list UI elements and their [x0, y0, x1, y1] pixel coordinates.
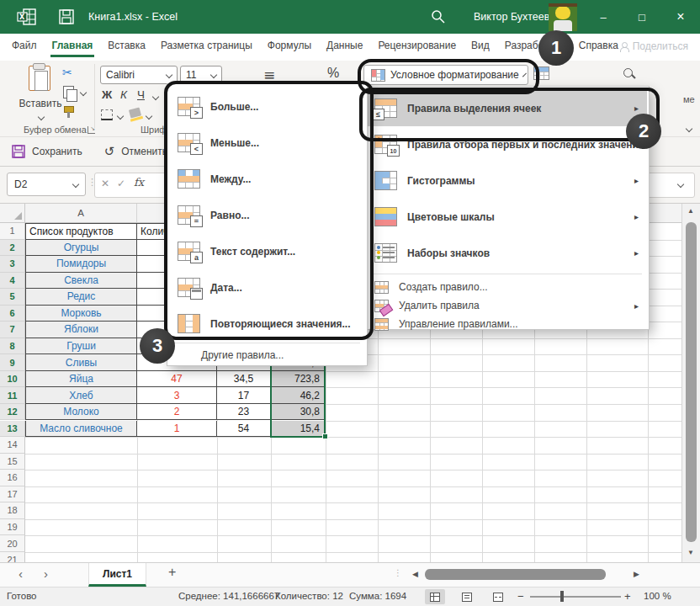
- submenu-item-date-occurring[interactable]: Дата...: [169, 269, 365, 306]
- borders-icon[interactable]: [101, 109, 113, 120]
- format-as-table-icon[interactable]: [533, 66, 549, 80]
- row-header-17[interactable]: 17: [0, 486, 25, 503]
- cell-A9[interactable]: Сливы: [25, 354, 137, 371]
- paste-button[interactable]: Вставить: [19, 64, 62, 130]
- ribbon-tab-2[interactable]: Главная: [50, 38, 95, 56]
- cell-A3[interactable]: Помидоры: [25, 256, 137, 273]
- cell-A12[interactable]: Молоко: [25, 404, 137, 421]
- name-box[interactable]: D2: [7, 173, 86, 196]
- ribbon-tab-4[interactable]: Разметка страницы: [159, 38, 254, 56]
- scroll-up-arrow[interactable]: ▲: [687, 207, 694, 215]
- ribbon-tab-6[interactable]: Данные: [325, 38, 364, 56]
- cell-A7[interactable]: Яблоки: [25, 322, 137, 338]
- row-header-9[interactable]: 9: [0, 354, 25, 371]
- cell-A4[interactable]: Свекла: [25, 273, 137, 290]
- fill-color-icon[interactable]: [129, 107, 141, 118]
- submenu-item-greater-than[interactable]: >Больше...: [169, 88, 365, 125]
- cell-B12[interactable]: 2: [137, 404, 217, 421]
- row-header-15[interactable]: 15: [0, 454, 25, 470]
- underline-button[interactable]: Ч: [137, 88, 145, 101]
- row-header-4[interactable]: 4: [0, 273, 25, 290]
- menu-item-manage-rules[interactable]: Управление правилами...: [366, 315, 647, 333]
- cell-A6[interactable]: Морковь: [25, 306, 137, 322]
- row-header-20[interactable]: 20: [0, 535, 25, 552]
- minimize-button[interactable]: –: [584, 0, 623, 34]
- ribbon-search-icon[interactable]: [623, 67, 636, 81]
- fill-handle[interactable]: [322, 433, 328, 439]
- align-text-icon[interactable]: ≡: [263, 66, 275, 83]
- menu-item-highlight-cells-rules[interactable]: ≤Правила выделения ячеек▸: [366, 90, 647, 126]
- cell-C12[interactable]: 23: [217, 404, 271, 421]
- vertical-scrollbar[interactable]: ▲ ▼: [681, 204, 700, 562]
- save-button[interactable]: Сохранить: [12, 145, 82, 158]
- hscroll-left-arrow[interactable]: ◀: [412, 570, 418, 578]
- fill-color-dropdown-chevron[interactable]: [146, 113, 152, 120]
- insert-function-icon[interactable]: fx: [134, 176, 144, 189]
- row-header-1[interactable]: 1: [0, 223, 25, 240]
- avatar[interactable]: [549, 3, 577, 31]
- ribbon-collapse-chevron[interactable]: [686, 125, 692, 132]
- font-name-combo[interactable]: Calibri: [100, 66, 178, 84]
- sheet-tab-active[interactable]: Лист1: [88, 563, 146, 587]
- view-page-break-button[interactable]: [488, 589, 508, 604]
- submenu-item-between[interactable]: Между...: [169, 161, 365, 197]
- ribbon-tab-1[interactable]: Файл: [10, 38, 39, 56]
- row-header-11[interactable]: 11: [0, 387, 25, 404]
- cell-D11[interactable]: 46,2: [271, 387, 326, 404]
- row-header-16[interactable]: 16: [0, 470, 25, 486]
- cell-B13[interactable]: 1: [137, 421, 217, 438]
- next-sheet-arrow[interactable]: ›: [44, 566, 48, 581]
- cut-icon[interactable]: ✂: [62, 66, 72, 79]
- row-header-8[interactable]: 8: [0, 338, 25, 355]
- vertical-scroll-thumb[interactable]: [686, 222, 697, 542]
- cell-D13[interactable]: 15,4: [271, 421, 326, 438]
- submenu-item-text-contains[interactable]: aТекст содержит...: [169, 233, 365, 269]
- close-button[interactable]: ×: [661, 0, 700, 34]
- menu-item-clear-rules[interactable]: Удалить правила▸: [366, 296, 647, 315]
- row-header-18[interactable]: 18: [0, 502, 25, 519]
- col-header-A[interactable]: A: [25, 204, 137, 222]
- share-button[interactable]: Поделиться: [620, 40, 688, 52]
- excel-app-icon[interactable]: X: [17, 8, 37, 25]
- row-header-19[interactable]: 19: [0, 519, 25, 536]
- bold-button[interactable]: Ж: [102, 88, 112, 101]
- hscroll-right-arrow[interactable]: ▶: [634, 570, 639, 578]
- select-all-corner[interactable]: [0, 204, 25, 223]
- cell-B10[interactable]: 47: [137, 371, 217, 388]
- row-header-3[interactable]: 3: [0, 256, 25, 273]
- zoom-out-button[interactable]: −: [517, 590, 524, 603]
- row-header-12[interactable]: 12: [0, 404, 25, 421]
- cell-A10[interactable]: Яйца: [25, 371, 137, 388]
- row-header-6[interactable]: 6: [0, 306, 25, 322]
- menu-item-data-bars[interactable]: Гистограммы▸: [366, 162, 647, 199]
- search-icon[interactable]: [431, 9, 446, 24]
- view-page-layout-button[interactable]: [457, 589, 477, 604]
- zoom-level[interactable]: 100 %: [644, 591, 671, 601]
- cell-D10[interactable]: 723,8: [271, 371, 326, 388]
- format-painter-icon[interactable]: [62, 106, 74, 118]
- ribbon-tab-7[interactable]: Рецензирование: [376, 38, 458, 56]
- ribbon-tab-8[interactable]: Вид: [469, 38, 491, 56]
- zoom-in-button[interactable]: +: [624, 590, 631, 603]
- quick-save-icon[interactable]: [59, 9, 75, 24]
- submenu-item-less-than[interactable]: <Меньше...: [169, 125, 365, 161]
- add-sheet-button[interactable]: +: [168, 565, 176, 580]
- cell-A1[interactable]: Список продуктов: [25, 223, 137, 240]
- view-normal-button[interactable]: [425, 589, 445, 604]
- cell-A11[interactable]: Хлеб: [25, 387, 137, 404]
- row-header-10[interactable]: 10: [0, 371, 25, 388]
- paste-dropdown-chevron[interactable]: [38, 114, 45, 120]
- zoom-slider-handle[interactable]: [560, 591, 564, 602]
- scroll-down-arrow[interactable]: ▼: [687, 549, 694, 556]
- cell-A8[interactable]: Груши: [25, 338, 137, 355]
- row-header-5[interactable]: 5: [0, 289, 25, 306]
- row-header-13[interactable]: 13: [0, 421, 25, 438]
- ribbon-tab-5[interactable]: Формулы: [266, 38, 313, 56]
- row-header-2[interactable]: 2: [0, 240, 25, 257]
- cell-D12[interactable]: 30,8: [271, 404, 326, 421]
- italic-button[interactable]: К: [120, 88, 127, 101]
- cell-B11[interactable]: 3: [137, 387, 217, 404]
- cell-C13[interactable]: 54: [217, 421, 271, 438]
- menu-item-top-bottom-rules[interactable]: ↑10Правила отбора первых и последних зна…: [366, 126, 647, 162]
- ribbon-tab-3[interactable]: Вставка: [106, 38, 147, 56]
